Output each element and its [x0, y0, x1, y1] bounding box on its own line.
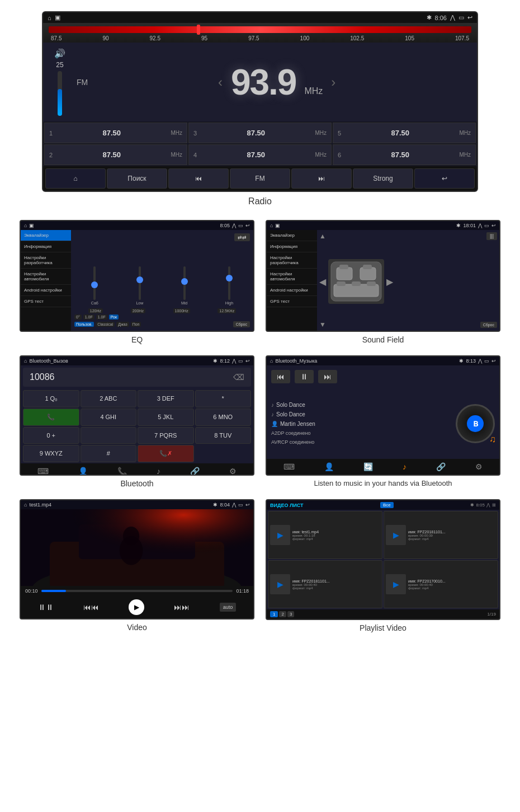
- sf-arrow-left[interactable]: ◀: [319, 276, 326, 287]
- bt-screen: ⌂ Bluetooth_Вызов ✱ 8:12 ⋀ ▭ ↩ 10086 ⌫ 1…: [20, 355, 254, 476]
- sf-sidebar-android[interactable]: Android настройки: [267, 285, 317, 296]
- radio-screen: ⌂ ▣ ✱ 8:06 ⋀ ▭ ↩ 87.5 90 92.5 95 97.5: [42, 11, 478, 192]
- bt-key-6[interactable]: 6 MNO: [195, 409, 252, 426]
- next-button[interactable]: ⏭: [291, 168, 352, 189]
- strong-button[interactable]: Strong: [353, 168, 413, 189]
- bt-key-hash[interactable]: #: [81, 445, 137, 462]
- freq-prev-arrow[interactable]: ‹: [218, 74, 223, 90]
- bt-delete-button[interactable]: ⌫: [233, 373, 244, 382]
- sf-up-arrow[interactable]: ▲: [319, 232, 326, 240]
- sf-eq-button[interactable]: |||: [486, 232, 497, 240]
- btm-icon-link[interactable]: 🔗: [436, 462, 446, 471]
- vid-auto-button[interactable]: auto: [220, 603, 237, 612]
- sf-sidebar-dev[interactable]: Настройки разработчика: [267, 252, 317, 269]
- eq-slider-track-high[interactable]: [228, 266, 230, 300]
- bt-key-5[interactable]: 5 JKL: [138, 409, 194, 426]
- sf-down-arrow[interactable]: ▼: [319, 321, 326, 328]
- bt-icon-contact[interactable]: 👤: [78, 467, 88, 476]
- plv-item-2[interactable]: ▶ имя: FPZ20181101... время: 00:00:39 фо…: [384, 511, 498, 559]
- preset-freq-1: 87.50: [103, 129, 121, 137]
- eq-sidebar: Эквалайзер Информация Настройки разработ…: [21, 230, 71, 331]
- eq-handle-mid: [181, 278, 188, 285]
- bt-key-1[interactable]: 1 Q₀: [23, 390, 79, 407]
- preset-unit-3: MHz: [315, 130, 327, 136]
- bt-key-end[interactable]: 📞✗: [138, 445, 194, 462]
- bt-key-star[interactable]: *: [195, 390, 252, 407]
- eq-item: ⌂ ▣ 8:05 ⋀ ▭ ↩ Эквалайзер Информация Нас…: [20, 220, 254, 351]
- btm-next-button[interactable]: ⏭: [318, 370, 337, 383]
- eq-slider-track-low[interactable]: [139, 266, 141, 300]
- btm-win-icon: ▭: [484, 358, 489, 364]
- back-button[interactable]: ↩: [414, 168, 475, 189]
- bt-key-0[interactable]: 0 +: [23, 427, 79, 444]
- btm-icon-refresh[interactable]: 🔄: [363, 462, 373, 471]
- preset-5[interactable]: 5 87.50 MHz: [333, 123, 476, 143]
- eq-sidebar-car[interactable]: Настройки автомобиля: [21, 269, 71, 285]
- prev-button[interactable]: ⏮: [168, 168, 229, 189]
- sf-screen: ⌂ ▣ ✱ 18:01 ⋀ ▭ ↩ Эквалайзер Информация …: [266, 220, 500, 332]
- eq-preset-pop[interactable]: Поп: [131, 322, 141, 327]
- bt-key-3[interactable]: 3 DEF: [138, 390, 194, 407]
- btm-play-button[interactable]: ⏸: [295, 370, 314, 383]
- bt-icon-call[interactable]: 📞: [117, 467, 127, 476]
- plv-item-1[interactable]: ▶ имя: test1.mp4 время: 00:1:18 формат: …: [268, 511, 382, 559]
- bt-key-4[interactable]: 4 GHI: [81, 409, 137, 426]
- eq-slider-track-mid[interactable]: [183, 266, 186, 300]
- btm-prev-button[interactable]: ⏮: [271, 370, 290, 383]
- eq-preset-icon[interactable]: ⇄⇄: [234, 233, 250, 241]
- eq-sidebar-info[interactable]: Информация: [21, 241, 71, 252]
- btm-icon-settings[interactable]: ⚙: [475, 462, 483, 471]
- fm-button[interactable]: FM: [230, 168, 290, 189]
- eq-sidebar-android[interactable]: Android настройки: [21, 285, 71, 296]
- eq-preset-user[interactable]: Пользов.: [74, 322, 94, 327]
- home-button[interactable]: ⌂: [45, 168, 106, 189]
- eq-preset-jazz[interactable]: Джаз: [116, 322, 129, 327]
- preset-2[interactable]: 2 87.50 MHz: [44, 144, 187, 165]
- sf-sidebar-info[interactable]: Информация: [267, 241, 317, 252]
- eq-slider-track-sub[interactable]: [93, 266, 96, 300]
- vid-settings-button[interactable]: ⏸⏸: [38, 603, 54, 612]
- plv-page-3[interactable]: 3: [287, 611, 294, 617]
- preset-6[interactable]: 6 87.50 MHz: [333, 144, 476, 165]
- bt-key-2[interactable]: 2 ABC: [81, 390, 137, 407]
- eq-reset-button[interactable]: Сброс: [233, 321, 250, 327]
- eq-preset-classical[interactable]: Classical: [96, 322, 115, 327]
- preset-4[interactable]: 4 87.50 MHz: [188, 144, 332, 165]
- sf-arrow-right[interactable]: ▶: [386, 276, 393, 287]
- search-button[interactable]: Поиск: [107, 168, 167, 189]
- plv-page-1[interactable]: 1: [270, 611, 278, 617]
- btm-icon-keyboard[interactable]: ⌨: [283, 462, 295, 471]
- eq-sidebar-equalizer[interactable]: Эквалайзер: [21, 230, 71, 241]
- sf-sidebar-car[interactable]: Настройки автомобиля: [267, 269, 317, 285]
- radio-caption: Radio: [42, 196, 478, 206]
- sf-sidebar-gps[interactable]: GPS тест: [267, 296, 317, 307]
- freq-next-arrow[interactable]: ›: [331, 74, 335, 90]
- btm-icon-contact[interactable]: 👤: [324, 462, 334, 471]
- preset-1[interactable]: 1 87.50 MHz: [44, 123, 187, 143]
- sf-sidebar-equalizer[interactable]: Эквалайзер: [267, 230, 317, 241]
- plv-item-3[interactable]: ▶ имя: FPZ20181101... время: 00:00:40 фо…: [268, 560, 382, 608]
- eq-sidebar-dev[interactable]: Настройки разработчика: [21, 252, 71, 269]
- bt-key-call[interactable]: 📞: [23, 409, 79, 426]
- bt-key-7[interactable]: 7 PQRS: [138, 427, 194, 444]
- bt-key-8[interactable]: 8 TUV: [195, 427, 252, 444]
- plv-item-4[interactable]: ▶ имя: FPZ20170010... время: 00:00:40 фо…: [384, 560, 498, 608]
- bt-icon-music[interactable]: ♪: [157, 467, 160, 476]
- bt-icon-settings[interactable]: ⚙: [229, 467, 237, 476]
- bt-icon-keyboard[interactable]: ⌨: [37, 467, 49, 476]
- car-seats-svg: [328, 259, 384, 304]
- plv-tab-all[interactable]: Все: [380, 502, 394, 508]
- bt-key-9[interactable]: 9 WXYZ: [23, 445, 79, 462]
- vid-next-button[interactable]: ⏭⏭: [174, 603, 190, 612]
- bt-icon-link[interactable]: 🔗: [190, 467, 200, 476]
- preset-3[interactable]: 3 87.50 MHz: [188, 123, 332, 143]
- freq-slider-track[interactable]: [49, 26, 471, 33]
- eq-sidebar-gps[interactable]: GPS тест: [21, 296, 71, 307]
- vid-prev-button[interactable]: ⏮⏮: [83, 603, 99, 612]
- vid-play-button[interactable]: ▶: [129, 599, 144, 615]
- btm-icon-music[interactable]: ♪: [403, 462, 406, 471]
- radio-frequency-bar[interactable]: 87.5 90 92.5 95 97.5 100 102.5 105 107.5: [43, 23, 477, 43]
- sf-reset-button[interactable]: Сброс: [480, 322, 497, 328]
- plv-page-2[interactable]: 2: [279, 611, 286, 617]
- vid-progress-track[interactable]: [41, 590, 233, 592]
